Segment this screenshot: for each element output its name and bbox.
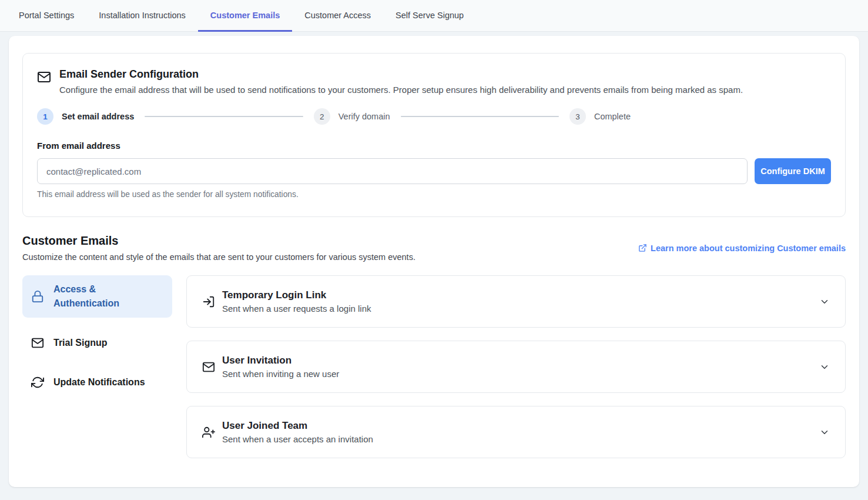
chevron-down-icon[interactable] xyxy=(819,296,830,307)
email-template-card-user-joined-team[interactable]: User Joined Team Sent when a user accept… xyxy=(186,406,846,458)
template-title: User Joined Team xyxy=(222,420,373,432)
tab-customer-emails[interactable]: Customer Emails xyxy=(198,0,292,32)
config-title: Email Sender Configuration xyxy=(59,68,743,81)
template-title: User Invitation xyxy=(222,355,339,366)
step-number: 3 xyxy=(569,108,586,125)
sidebar-item-access-authentication[interactable]: Access & Authentication xyxy=(22,275,172,318)
email-helper-text: This email address will be used as the s… xyxy=(37,190,831,199)
learn-more-link[interactable]: Learn more about customizing Customer em… xyxy=(638,244,846,253)
template-subtitle: Sent when a user requests a login link xyxy=(222,304,371,314)
step-complete: 3 Complete xyxy=(569,108,631,125)
step-set-email-address: 1 Set email address xyxy=(37,108,134,125)
tab-bar: Portal Settings Installation Instruction… xyxy=(0,0,868,32)
tab-self-serve-signup[interactable]: Self Serve Signup xyxy=(383,0,476,32)
learn-more-label: Learn more about customizing Customer em… xyxy=(651,244,846,253)
external-link-icon xyxy=(638,244,647,252)
sidebar-item-trial-signup[interactable]: Trial Signup xyxy=(22,329,172,357)
mail-icon xyxy=(202,361,215,374)
configure-dkim-button[interactable]: Configure DKIM xyxy=(755,158,831,184)
sidebar-item-label: Trial Signup xyxy=(53,336,108,350)
step-label: Verify domain xyxy=(339,112,390,121)
mail-icon xyxy=(31,336,44,349)
user-plus-icon xyxy=(202,426,215,439)
step-number: 2 xyxy=(314,108,330,125)
config-description: Configure the email address that will be… xyxy=(59,85,743,95)
email-template-card-temporary-login-link[interactable]: Temporary Login Link Sent when a user re… xyxy=(186,275,846,328)
step-connector xyxy=(401,116,559,117)
template-subtitle: Sent when a user accepts an invitation xyxy=(222,434,373,444)
email-category-sidebar: Access & Authentication Trial Signup Upd… xyxy=(22,275,172,458)
sidebar-item-label: Access & Authentication xyxy=(53,282,163,311)
step-label: Complete xyxy=(594,112,631,121)
tab-portal-settings[interactable]: Portal Settings xyxy=(6,0,86,32)
refresh-icon xyxy=(31,376,44,389)
email-template-card-user-invitation[interactable]: User Invitation Sent when inviting a new… xyxy=(186,341,846,393)
step-number: 1 xyxy=(37,108,53,125)
from-email-label: From email address xyxy=(37,141,831,151)
tab-installation-instructions[interactable]: Installation Instructions xyxy=(86,0,198,32)
step-verify-domain: 2 Verify domain xyxy=(314,108,390,125)
step-label: Set email address xyxy=(62,112,134,121)
customer-emails-description: Customize the content and style of the e… xyxy=(22,252,415,262)
customer-emails-section-header: Customer Emails Customize the content an… xyxy=(22,234,846,262)
chevron-down-icon[interactable] xyxy=(819,427,830,438)
login-icon xyxy=(202,295,215,308)
sidebar-item-update-notifications[interactable]: Update Notifications xyxy=(22,368,172,396)
email-template-list: Temporary Login Link Sent when a user re… xyxy=(186,275,846,458)
chevron-down-icon[interactable] xyxy=(819,362,830,372)
main-container: Email Sender Configuration Configure the… xyxy=(9,36,859,487)
lock-icon xyxy=(31,290,44,303)
from-email-input[interactable] xyxy=(37,158,748,184)
step-connector xyxy=(145,116,303,117)
sidebar-item-label: Update Notifications xyxy=(53,375,145,389)
template-subtitle: Sent when inviting a new user xyxy=(222,369,339,379)
customer-emails-title: Customer Emails xyxy=(22,234,415,248)
stepper: 1 Set email address 2 Verify domain 3 Co… xyxy=(37,108,631,125)
tab-customer-access[interactable]: Customer Access xyxy=(292,0,383,32)
mail-icon xyxy=(37,70,51,84)
email-sender-config-card: Email Sender Configuration Configure the… xyxy=(22,53,846,217)
template-title: Temporary Login Link xyxy=(222,289,371,301)
